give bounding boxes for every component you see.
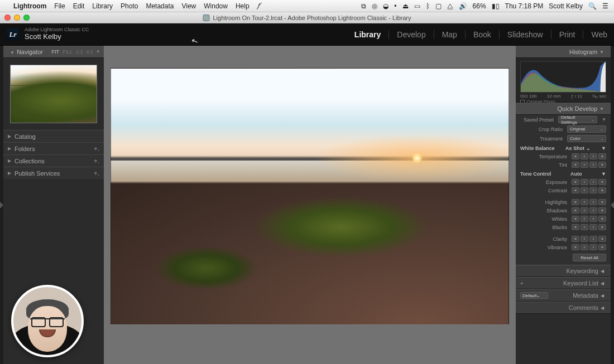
traffic-lights (0, 14, 30, 21)
treatment-dropdown[interactable]: Color ⌄ (567, 135, 606, 142)
saved-preset-label: Saved Preset (520, 117, 556, 123)
user-name[interactable]: Scott Kelby (549, 2, 583, 10)
wifi-icon[interactable]: ⧋ (447, 2, 453, 10)
module-book[interactable]: Book (473, 29, 491, 40)
temperature-stepper[interactable]: «‹›» (572, 153, 606, 159)
chevron-updown-icon: ⌄ (592, 118, 594, 122)
exposure-stepper[interactable]: «‹›» (572, 179, 606, 185)
saved-preset-dropdown[interactable]: Default Settings ⌄ (558, 116, 597, 123)
section-catalog[interactable]: ▶ Catalog (3, 130, 104, 142)
auto-tone-button[interactable]: Auto (570, 171, 582, 177)
step-big-up[interactable]: » (598, 153, 606, 159)
battery-icon[interactable]: ▮▯ (492, 2, 500, 10)
comments-header[interactable]: Comments ◀ (516, 302, 611, 314)
window-minimize-button[interactable] (14, 14, 20, 21)
shadows-stepper[interactable]: «‹›» (572, 207, 606, 213)
menu-edit[interactable]: Edit (73, 2, 85, 10)
zoom-fill[interactable]: FILL (63, 49, 73, 55)
step-big-down[interactable]: « (572, 153, 579, 159)
menu-photo[interactable]: Photo (121, 2, 138, 10)
script-menu-icon[interactable]: 𝑓 (257, 2, 260, 10)
menu-file[interactable]: File (54, 2, 65, 10)
metadata-preset-dropdown[interactable]: Default ⌄ (520, 292, 548, 299)
step-down[interactable]: ‹ (581, 153, 588, 159)
notification-center-icon[interactable]: ☰ (602, 2, 608, 10)
module-web[interactable]: Web (591, 29, 607, 40)
zoom-1-1[interactable]: 1:1 (76, 49, 83, 55)
contrast-stepper[interactable]: «‹›» (572, 187, 606, 193)
spotlight-icon[interactable]: 🔍 (588, 2, 597, 10)
add-publish-button[interactable]: +. (94, 169, 99, 177)
chevron-updown-icon: ⌄ (601, 127, 603, 131)
step-up[interactable]: › (589, 162, 597, 168)
step-big-up[interactable]: » (598, 162, 606, 168)
menu-help[interactable]: Help (236, 2, 250, 10)
add-folder-button[interactable]: +. (94, 145, 99, 153)
keyword-list-header[interactable]: + Keyword List ◀ (516, 277, 611, 289)
step-big-down[interactable]: « (572, 162, 579, 168)
module-library[interactable]: Library (354, 29, 381, 40)
disclosure-triangle-icon[interactable]: ▼ (602, 117, 606, 122)
quick-develop-panel: Saved Preset Default Settings ⌄ ▼ Crop R… (516, 115, 611, 265)
tint-stepper[interactable]: «‹›» (572, 162, 606, 168)
volume-icon[interactable]: 🔊 (459, 2, 467, 10)
disclosure-triangle-icon[interactable]: ▼ (601, 145, 606, 151)
section-label: Catalog (15, 133, 36, 140)
step-up[interactable]: › (589, 153, 597, 159)
disclosure-triangle-icon[interactable]: ▼ (601, 171, 606, 177)
module-print[interactable]: Print (559, 29, 575, 40)
step-down[interactable]: ‹ (581, 162, 588, 168)
bluetooth-icon[interactable]: ᛒ (426, 2, 430, 10)
chevron-left-icon: ◀ (601, 269, 604, 274)
module-slideshow[interactable]: Slideshow (507, 29, 543, 40)
section-collections[interactable]: ▶ Collections +. (3, 154, 104, 167)
add-collection-button[interactable]: +. (94, 157, 99, 165)
menu-window[interactable]: Window (204, 2, 228, 10)
keywording-header[interactable]: Keywording ◀ (516, 265, 611, 277)
vibrance-stepper[interactable]: «‹›» (572, 244, 606, 250)
dropbox-icon[interactable]: ⧉ (361, 2, 366, 10)
module-develop[interactable]: Develop (397, 29, 425, 40)
circle-status-icon[interactable]: ◎ (372, 2, 377, 10)
app-menu[interactable]: Lightroom (13, 2, 46, 10)
module-map[interactable]: Map (442, 29, 457, 40)
white-balance-dropdown[interactable]: As Shot ⌄ (565, 145, 591, 151)
crop-ratio-dropdown[interactable]: Original ⌄ (567, 125, 606, 133)
histogram-header[interactable]: Histogram ▼ (516, 46, 611, 58)
quick-develop-header[interactable]: Quick Develop ▼ (516, 103, 611, 115)
zoom-more-icon[interactable]: ◆ (97, 49, 99, 55)
section-publish[interactable]: ▶ Publish Services +. (3, 167, 104, 179)
identity-plate[interactable]: Adobe Lightroom Classic CC Scott Kelby (25, 27, 89, 41)
window-zoom-button[interactable] (23, 14, 30, 21)
menu-library[interactable]: Library (92, 2, 113, 10)
section-folders[interactable]: ▶ Folders +. (3, 142, 104, 154)
display-mirror-icon[interactable]: ▭ (414, 2, 420, 10)
chevron-right-icon: ▶ (8, 134, 11, 139)
menu-metadata[interactable]: Metadata (146, 2, 174, 10)
metadata-header[interactable]: Default ⌄ Metadata ◀ (516, 289, 611, 302)
cc-sync-icon[interactable]: ◒ (383, 2, 388, 10)
eject-icon[interactable]: ⏏ (402, 2, 409, 10)
loupe-view[interactable] (104, 46, 516, 364)
zoom-4-1[interactable]: 4:1 (86, 49, 93, 55)
reset-all-button[interactable]: Reset All (573, 254, 606, 261)
menu-view[interactable]: View (181, 2, 196, 10)
airplay-icon[interactable]: ▢ (435, 2, 442, 10)
navigator-header[interactable]: ▼Navigator FIT FILL 1:1 4:1 ◆ (3, 46, 104, 58)
whites-stepper[interactable]: «‹›» (572, 216, 606, 222)
zoom-fit[interactable]: FIT (51, 49, 59, 55)
window-close-button[interactable] (4, 14, 11, 21)
main-photo[interactable] (111, 68, 509, 325)
right-panel-toggle[interactable] (611, 46, 614, 364)
dot-status-icon[interactable]: • (394, 2, 396, 10)
aperture-readout: ƒ / 11 (571, 94, 582, 99)
blacks-stepper[interactable]: «‹›» (572, 224, 606, 230)
battery-percent[interactable]: 66% (473, 2, 486, 10)
highlights-stepper[interactable]: «‹›» (572, 199, 606, 205)
clock[interactable]: Thu 7:18 PM (505, 2, 544, 10)
histogram-plot[interactable] (520, 61, 606, 93)
add-keyword-button[interactable]: + (520, 280, 524, 287)
clarity-stepper[interactable]: «‹›» (572, 236, 606, 242)
navigator-thumbnail[interactable] (10, 65, 97, 123)
shadows-label: Shadows (520, 208, 569, 213)
